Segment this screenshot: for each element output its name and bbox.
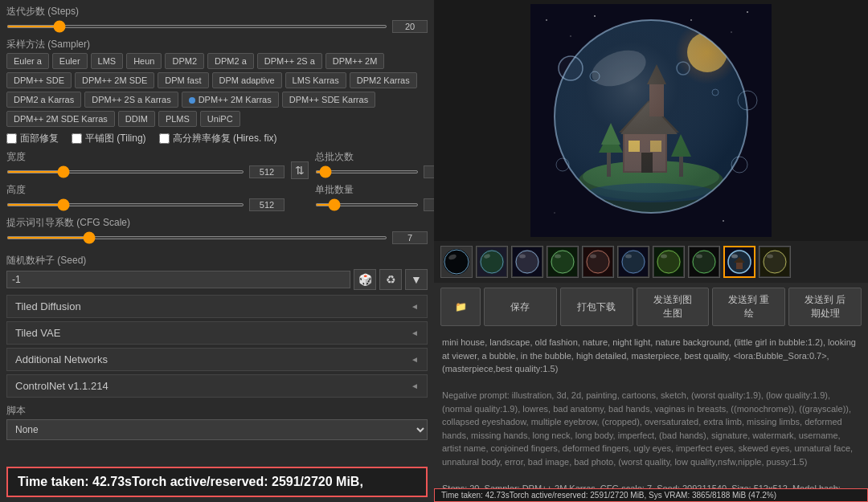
sampler-grid: Euler a Euler LMS Heun DPM2 DPM2 a DPM++… bbox=[6, 53, 428, 127]
send-to-inpaint-button[interactable]: 发送到 重 绘 bbox=[712, 288, 785, 326]
open-folder-button[interactable]: 📁 bbox=[440, 288, 481, 326]
thumbnail-4[interactable] bbox=[547, 246, 579, 278]
batch-size-value[interactable] bbox=[424, 198, 434, 211]
svg-point-48 bbox=[480, 250, 504, 274]
svg-point-56 bbox=[551, 250, 575, 274]
sampler-label: 采样方法 (Sampler) bbox=[6, 38, 428, 51]
thumbnail-2[interactable] bbox=[476, 246, 508, 278]
sampler-dpm2mkarras[interactable]: DPM++ 2M Karras bbox=[182, 92, 279, 108]
svg-point-2 bbox=[570, 35, 571, 37]
sampler-unipc[interactable]: UniPC bbox=[200, 111, 240, 127]
tiled-vae-header[interactable]: Tiled VAE ◄ bbox=[7, 322, 427, 344]
sampler-dpm2m[interactable]: DPM++ 2M bbox=[326, 53, 385, 69]
sampler-plms[interactable]: PLMS bbox=[158, 111, 197, 127]
download-button[interactable]: 打包下载 bbox=[560, 288, 633, 326]
height-slider[interactable] bbox=[6, 203, 244, 206]
thumbnail-5[interactable] bbox=[582, 246, 614, 278]
sampler-dpm2msdekarras[interactable]: DPM++ 2M SDE Karras bbox=[6, 111, 115, 127]
folder-icon: 📁 bbox=[455, 301, 467, 312]
sampler-dpmadaptive[interactable]: DPM adaptive bbox=[212, 72, 282, 88]
right-panel: ✕ bbox=[434, 0, 868, 502]
negative-prompt-output: Negative prompt: illustration, 3d, 2d, p… bbox=[442, 390, 853, 467]
sampler-dpm2msde[interactable]: DPM++ 2M SDE bbox=[75, 72, 154, 88]
thumbnail-1[interactable] bbox=[440, 246, 473, 278]
tiling-checkbox[interactable]: 平铺图 (Tiling) bbox=[72, 132, 146, 145]
controlnet-header[interactable]: ControlNet v1.1.214 ◄ bbox=[7, 375, 427, 397]
sampler-euler-a[interactable]: Euler a bbox=[6, 53, 49, 69]
additional-networks-arrow: ◄ bbox=[411, 355, 419, 364]
sampler-ddim[interactable]: DDIM bbox=[118, 111, 155, 127]
hires-fix-checkbox[interactable]: 高分辨率修复 (Hires. fix) bbox=[159, 132, 277, 145]
thumbnail-6[interactable] bbox=[617, 246, 649, 278]
seed-dice-button[interactable]: 🎲 bbox=[354, 269, 376, 290]
status-bar: Time taken: 42.73sTorch active/reserved:… bbox=[6, 467, 428, 497]
steps-slider[interactable] bbox=[6, 25, 387, 28]
sampler-dpm2a[interactable]: DPM2 a bbox=[207, 53, 254, 69]
sampler-dpmfast[interactable]: DPM fast bbox=[158, 72, 208, 88]
sampler-heun[interactable]: Heun bbox=[126, 53, 162, 69]
send-to-txt2img-button[interactable]: 发送到图 生图 bbox=[637, 288, 710, 326]
width-slider[interactable] bbox=[6, 170, 244, 173]
steps-value[interactable] bbox=[392, 20, 428, 33]
save-button[interactable]: 保存 bbox=[484, 288, 557, 326]
image-container bbox=[434, 0, 868, 241]
batch-size-slider[interactable] bbox=[315, 203, 419, 206]
svg-point-1 bbox=[546, 19, 547, 21]
cfg-value[interactable] bbox=[392, 231, 428, 244]
controlnet-arrow: ◄ bbox=[411, 382, 419, 390]
steps-label: 迭代步数 (Steps) bbox=[6, 5, 428, 18]
additional-networks-header[interactable]: Additional Networks ◄ bbox=[7, 349, 427, 370]
height-value[interactable] bbox=[249, 198, 285, 211]
additional-networks-accordion: Additional Networks ◄ bbox=[6, 348, 428, 371]
width-value[interactable] bbox=[249, 165, 285, 178]
thumbnail-7[interactable] bbox=[653, 246, 685, 278]
action-row: 📁 保存 打包下载 发送到图 生图 发送到 重 绘 发送到 后 期处理 bbox=[434, 283, 868, 331]
sampler-dpm2sa[interactable]: DPM++ 2S a bbox=[257, 53, 322, 69]
seed-extra-button[interactable]: ▼ bbox=[405, 269, 428, 290]
svg-point-9 bbox=[723, 220, 724, 222]
svg-rect-79 bbox=[736, 263, 743, 269]
seed-recycle-button[interactable]: ♻ bbox=[379, 269, 402, 290]
options-row: 面部修复 平铺图 (Tiling) 高分辨率修复 (Hires. fix) bbox=[6, 132, 428, 145]
face-restore-checkbox[interactable]: 面部修复 bbox=[6, 132, 59, 145]
sampler-dpm2[interactable]: DPM2 bbox=[165, 53, 204, 69]
tiled-diffusion-accordion: Tiled Diffusion ◄ bbox=[6, 295, 428, 318]
thumbnail-8[interactable] bbox=[688, 246, 720, 278]
cfg-slider[interactable] bbox=[6, 236, 387, 239]
svg-point-3 bbox=[594, 15, 596, 17]
seed-input[interactable] bbox=[6, 271, 350, 288]
sampler-dpm2akarras[interactable]: DPM2 a Karras bbox=[6, 92, 81, 108]
sampler-euler[interactable]: Euler bbox=[52, 53, 88, 69]
svg-point-64 bbox=[621, 250, 645, 274]
tiled-vae-arrow: ◄ bbox=[411, 329, 419, 337]
thumbnail-10[interactable] bbox=[759, 246, 791, 278]
width-section: 宽度 高度 bbox=[6, 150, 285, 211]
thumbnail-9[interactable] bbox=[723, 246, 755, 278]
svg-point-62 bbox=[590, 255, 596, 259]
total-count-value[interactable] bbox=[424, 165, 434, 178]
svg-point-44 bbox=[444, 249, 469, 275]
svg-point-8 bbox=[554, 212, 555, 214]
svg-point-84 bbox=[767, 255, 773, 259]
sampler-lms[interactable]: LMS bbox=[91, 53, 124, 69]
sampler-dpm2karras[interactable]: DPM2 Karras bbox=[350, 72, 417, 88]
batch-section: 总批次数 单批数量 bbox=[315, 150, 428, 211]
steps-row bbox=[6, 20, 428, 33]
sampler-dpmsdekarras[interactable]: DPM++ SDE Karras bbox=[282, 92, 375, 108]
svg-point-52 bbox=[515, 250, 539, 274]
sampler-dpp2sakarras[interactable]: DPM++ 2S a Karras bbox=[84, 92, 178, 108]
thumbnail-3[interactable] bbox=[511, 246, 543, 278]
svg-point-58 bbox=[555, 255, 561, 259]
send-to-extras-button[interactable]: 发送到 后 期处理 bbox=[788, 288, 862, 326]
script-select[interactable]: None bbox=[6, 419, 428, 440]
svg-point-70 bbox=[661, 255, 667, 259]
svg-point-54 bbox=[519, 255, 526, 259]
sampler-dpmsde[interactable]: DPM++ SDE bbox=[6, 72, 72, 88]
tiled-diffusion-arrow: ◄ bbox=[411, 302, 419, 311]
tiled-diffusion-header[interactable]: Tiled Diffusion ◄ bbox=[7, 296, 427, 317]
svg-point-7 bbox=[747, 11, 748, 13]
dimensions-row: 宽度 高度 ⇅ 总批次数 单批数量 bbox=[6, 150, 428, 211]
total-count-slider[interactable] bbox=[315, 170, 419, 173]
sampler-lmskarras[interactable]: LMS Karras bbox=[285, 72, 346, 88]
swap-dimensions-button[interactable]: ⇅ bbox=[291, 161, 309, 179]
